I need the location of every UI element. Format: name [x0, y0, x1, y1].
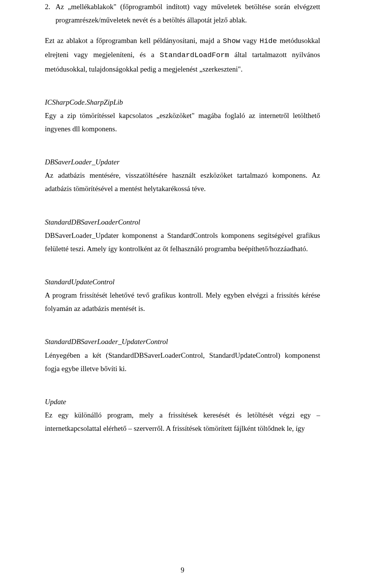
section-heading: ICSharpCode.SharpZipLib	[45, 96, 320, 109]
list-item-text: Az „mellékablakok" (főprogramból indítot…	[56, 0, 320, 27]
section-heading: StandardDBSaverLoader_UpdaterControl	[45, 335, 320, 348]
document-page: 2. Az „mellékablakok" (főprogramból indí…	[0, 0, 365, 588]
page-number: 9	[0, 563, 365, 577]
intro-text-2: vagy	[240, 37, 260, 45]
intro-paragraph: Ezt az ablakot a főprogramban kell példá…	[45, 34, 320, 75]
code-show: Show	[223, 37, 240, 45]
section-standardupdatecontrol: StandardUpdateControl A program frissíté…	[45, 275, 320, 315]
section-standarddbsaverloadercontrol: StandardDBSaverLoaderControl DBSaverLoad…	[45, 215, 320, 255]
list-marker: 2.	[45, 0, 56, 27]
section-body: Lényegében a két (StandardDBSaverLoaderC…	[45, 349, 320, 375]
section-dbsaverloader-updater: DBSaverLoader_Updater Az adatbázis menté…	[45, 155, 320, 195]
section-body: A program frissítését lehetővé tevő graf…	[45, 288, 320, 315]
ordered-list-item-2: 2. Az „mellékablakok" (főprogramból indí…	[45, 0, 320, 27]
section-standarddbsaverloader-updatercontrol: StandardDBSaverLoader_UpdaterControl Lén…	[45, 335, 320, 375]
section-body: Egy a zip tömörítéssel kapcsolatos „eszk…	[45, 109, 320, 135]
section-heading: Update	[45, 395, 320, 408]
section-heading: StandardUpdateControl	[45, 275, 320, 288]
section-heading: DBSaverLoader_Updater	[45, 155, 320, 169]
intro-text-1: Ezt az ablakot a főprogramban kell példá…	[45, 37, 223, 45]
section-icsharpcode: ICSharpCode.SharpZipLib Egy a zip tömörí…	[45, 96, 320, 135]
section-heading: StandardDBSaverLoaderControl	[45, 215, 320, 229]
section-body: DBSaverLoader_Updater komponenst a Stand…	[45, 229, 320, 255]
section-body: Ez egy különálló program, mely a frissít…	[45, 408, 320, 435]
section-update: Update Ez egy különálló program, mely a …	[45, 395, 320, 435]
code-standardloadform: StandardLoadForm	[160, 51, 229, 59]
section-body: Az adatbázis mentésére, visszatöltésére …	[45, 169, 320, 195]
code-hide: Hide	[260, 37, 277, 45]
